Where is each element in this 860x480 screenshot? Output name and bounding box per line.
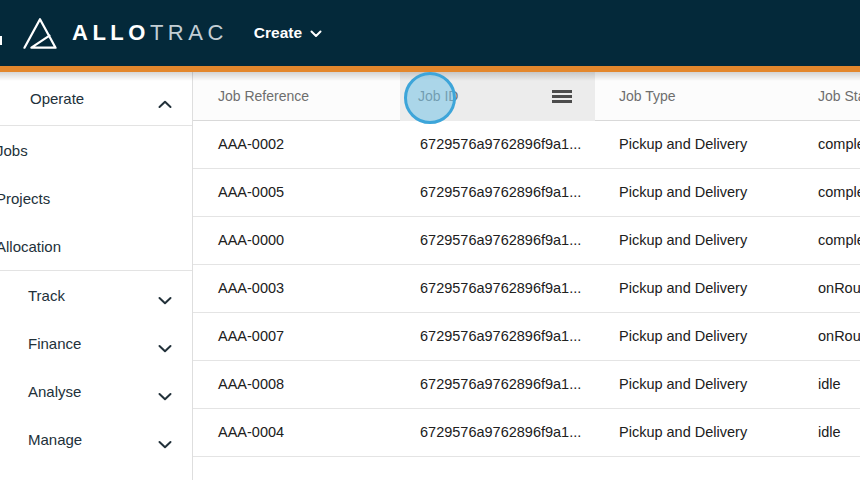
sidebar-section-manage[interactable]: Manage [0,415,192,463]
table-row[interactable]: AAA-0004 6729576a9762896f9a1... Pickup a… [193,409,860,457]
cell-job-status: idle [818,361,841,408]
cell-job-type: Pickup and Delivery [619,409,747,456]
cell-job-status: onRoute [818,313,860,360]
sidebar-section-label: Track [28,287,65,304]
cell-job-reference: AAA-0000 [218,217,284,264]
column-header-job-type[interactable]: Job Type [619,72,676,120]
cell-job-id: 6729576a9762896f9a1... [420,265,581,312]
create-menu-button[interactable]: Create [254,24,322,42]
cell-job-type: Pickup and Delivery [619,121,747,168]
cell-job-id: 6729576a9762896f9a1... [420,361,581,408]
table-row[interactable]: AAA-0007 6729576a9762896f9a1... Pickup a… [193,313,860,361]
cell-job-status: completed [818,121,860,168]
table-row[interactable]: AAA-0000 6729576a9762896f9a1... Pickup a… [193,217,860,265]
chevron-down-icon [158,387,172,404]
clipped-edge-element [0,36,2,45]
cell-job-type: Pickup and Delivery [619,217,747,264]
chevron-down-icon [310,24,322,42]
sidebar-section-analyse[interactable]: Analyse [0,367,192,415]
cell-job-id: 6729576a9762896f9a1... [420,409,581,456]
table-header-row: Job Reference Job ID Job Type Job Status [193,72,860,121]
cell-job-reference: AAA-0003 [218,265,284,312]
sidebar-section-label: Finance [28,335,81,352]
cell-job-reference: AAA-0008 [218,361,284,408]
cell-job-status: onRoute [818,265,860,312]
sidebar: Operate Jobs Projects Allocation Track [0,72,193,480]
cell-job-type: Pickup and Delivery [619,361,747,408]
app-window: ALLOTRAC Create Operate Jobs [0,0,860,480]
cell-job-reference: AAA-0002 [218,121,284,168]
column-header-job-reference[interactable]: Job Reference [218,72,309,120]
create-label: Create [254,24,302,42]
column-header-label: Job ID [418,72,458,120]
table-row[interactable]: AAA-0005 6729576a9762896f9a1... Pickup a… [193,169,860,217]
table-row[interactable]: AAA-0003 6729576a9762896f9a1... Pickup a… [193,265,860,313]
sidebar-section-finance[interactable]: Finance [0,319,192,367]
chevron-up-icon [158,95,172,113]
cell-job-status: completed [818,217,860,264]
sidebar-section-operate[interactable]: Operate [0,72,192,126]
top-navbar: ALLOTRAC Create [0,0,860,66]
cell-job-type: Pickup and Delivery [619,169,747,216]
content-area: Operate Jobs Projects Allocation Track [0,72,860,480]
sidebar-item-jobs[interactable]: Jobs [0,126,192,174]
cell-job-type: Pickup and Delivery [619,313,747,360]
cell-job-id: 6729576a9762896f9a1... [420,121,581,168]
jobs-table: Job Reference Job ID Job Type Job Status… [193,72,860,480]
cell-job-reference: AAA-0004 [218,409,284,456]
column-header-job-id[interactable]: Job ID [400,72,595,121]
column-header-job-status[interactable]: Job Status [818,72,860,120]
sidebar-item-label: Allocation [0,238,61,255]
chevron-down-icon [158,339,172,356]
cell-job-reference: AAA-0007 [218,313,284,360]
sidebar-section-label: Analyse [28,383,81,400]
sidebar-section-label: Manage [28,431,82,448]
cell-job-reference: AAA-0005 [218,169,284,216]
sidebar-section-track[interactable]: Track [0,271,192,319]
sidebar-section-label: Operate [30,90,84,107]
cell-job-id: 6729576a9762896f9a1... [420,217,581,264]
wordmark-light: TRAC [150,20,228,45]
allotrac-logo-icon[interactable] [21,13,59,53]
table-row[interactable]: AAA-0008 6729576a9762896f9a1... Pickup a… [193,361,860,409]
sidebar-item-label: Jobs [0,142,28,159]
cell-job-id: 6729576a9762896f9a1... [420,313,581,360]
sidebar-item-allocation[interactable]: Allocation [0,222,192,270]
chevron-down-icon [158,435,172,452]
cell-job-status: completed [818,169,860,216]
column-menu-icon[interactable] [552,90,572,105]
brand-wordmark: ALLOTRAC [72,20,228,46]
cell-job-id: 6729576a9762896f9a1... [420,169,581,216]
chevron-down-icon [158,291,172,308]
sidebar-item-label: Projects [0,190,50,207]
sidebar-item-projects[interactable]: Projects [0,174,192,222]
table-row[interactable]: AAA-0002 6729576a9762896f9a1... Pickup a… [193,121,860,169]
cell-job-status: idle [818,409,841,456]
wordmark-bold: ALLO [72,20,150,45]
cell-job-type: Pickup and Delivery [619,265,747,312]
